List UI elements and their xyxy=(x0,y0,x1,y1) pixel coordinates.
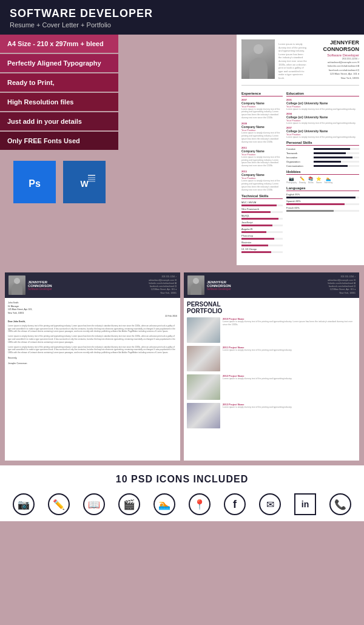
hobbies-title: Hobbies xyxy=(286,170,359,175)
facebook-icon: f xyxy=(224,493,246,515)
page-header: SOFTWARE DEVELOPER Resume + Cover Letter… xyxy=(0,0,364,35)
portfolio-project-item: 2010 Project Name Lorem ipsum is simply … xyxy=(187,317,356,343)
resume-header: Lorem ipsum is simply dummy text of the … xyxy=(241,39,359,86)
hobby-item: 📷Photography xyxy=(286,177,297,184)
cover-contact: 202-555-1234 ♪ adrianleard@example.com ✉… xyxy=(149,275,177,295)
film-icon-item: 🎬 xyxy=(118,493,140,515)
cover-para-3: Lorem ipsum is simply dummy text of the … xyxy=(8,346,177,354)
education-item: 2007College (or) University NameYour Pos… xyxy=(286,126,359,138)
portfolio-main-title: PERSONALPORTFOLIO xyxy=(187,301,356,314)
portfolio-card: JENNYFERCONNORSON Software Developer 202… xyxy=(184,272,359,461)
resume-body: Experience 2007Company NameYour Position… xyxy=(241,89,359,254)
portfolio-contact: 202-555-1234 ♪ adrianleard@example.com ✉… xyxy=(328,275,356,295)
portfolio-project-item: 2012 Project Name Lorem ipsum is simply … xyxy=(187,374,356,400)
bottom-section: JENNYFERCONNORSON Software Developer 202… xyxy=(0,265,364,465)
cover-name-block: JENNYFERCONNORSON Software Developer xyxy=(28,280,146,291)
skill-item: Illustrator xyxy=(241,241,283,246)
facebook-icon-item: f xyxy=(224,493,246,515)
personal-skill-item: Innovative xyxy=(286,156,359,159)
personal-skill-item: Organization xyxy=(286,160,359,163)
resume-right-col: Education 2001College (or) University Na… xyxy=(286,89,359,254)
hobby-item: ✏️Drawing xyxy=(299,177,306,184)
phone-icon-item: 📞 xyxy=(329,493,351,515)
film-icon: 🎬 xyxy=(118,493,140,515)
feature-typography: Perfectly Aligned Typography xyxy=(0,54,118,72)
personal-skill-item: Communication xyxy=(286,164,359,167)
feature-details: Just add in your details xyxy=(0,112,118,130)
cover-signature: Jennyfer Connorson xyxy=(8,362,177,365)
hobbies-list: 📷Photography✏️Drawing📚Books⭐Stories🏊Swim… xyxy=(286,177,359,184)
camera-icon: 📷 xyxy=(13,493,35,515)
portfolio-project-item: 2011 Project Name Lorem ipsum is simply … xyxy=(187,346,356,371)
skills-list: MVC / MVVMSlim FrameworkMySQLJavaScriptA… xyxy=(241,201,283,253)
cover-letter-body: John Smith Hr Manager 125 Main Street, A… xyxy=(5,298,180,368)
cover-letter-card: JENNYFERCONNORSON Software Developer 202… xyxy=(5,272,180,461)
linkedin-icon-item: in xyxy=(294,493,316,515)
resume-photo xyxy=(241,39,275,79)
personal-skill-item: Teamwork xyxy=(286,152,359,155)
portfolio-title-section: PERSONALPORTFOLIO xyxy=(184,298,359,317)
language-item: English 95% xyxy=(286,193,359,198)
hobby-item: ⭐Stories xyxy=(316,177,322,184)
feature-hires: High Resolution files xyxy=(0,93,118,111)
resume-name-right: JENNYFERCONNORSON Software Developer 202… xyxy=(311,39,359,80)
education-item: 2004College (or) University NameYour Pos… xyxy=(286,112,359,124)
experience-list: 2007Company NameYour PositionLorem ipsum… xyxy=(241,98,283,192)
resume-intro: Lorem ipsum is simply dummy text of the … xyxy=(278,42,307,80)
icons-row: 📷 ✏️ 📖 🎬 🏊 📍 f ✉ in 📞 xyxy=(6,493,358,515)
languages-title: Languages xyxy=(286,186,359,191)
book-icon-item: 📖 xyxy=(83,493,105,515)
technical-skills-title: Technical Skills xyxy=(241,194,283,199)
page-title: SOFTWARE DEVELOPER xyxy=(10,7,354,20)
phone-icon: 📞 xyxy=(329,493,351,515)
skill-item: MVC / MVVM xyxy=(241,201,283,206)
book-icon: 📖 xyxy=(83,493,105,515)
swim-icon: 🏊 xyxy=(153,493,175,515)
cover-photo xyxy=(8,275,25,295)
cover-recipient: John Smith Hr Manager 125 Main Street, A… xyxy=(8,302,177,315)
portfolio-project-item: 2013 Project Name Lorem ipsum is simply … xyxy=(187,403,356,428)
cover-para-1: Lorem ipsum is simply dummy text of the … xyxy=(8,325,177,333)
location-icon-item: 📍 xyxy=(189,493,211,515)
language-item: French 65% xyxy=(286,206,359,212)
experience-item: 2011Company NameYour PositionLorem ipsum… xyxy=(241,146,283,168)
skill-item: MySQL xyxy=(241,214,283,220)
software-icons: Ps W xyxy=(0,151,118,213)
personal-skills-list: CreativeTeamworkInnovativeOrganizationCo… xyxy=(286,147,359,167)
hobby-item: 🏊Swimming xyxy=(324,177,332,184)
email-icon: ✉ xyxy=(259,493,281,515)
skill-item: JavaScript xyxy=(241,221,283,226)
edit-icon: ✏️ xyxy=(48,493,70,515)
svg-text:W: W xyxy=(80,179,89,189)
education-title: Education xyxy=(286,92,359,96)
feature-ready: Ready to Print, xyxy=(0,73,118,92)
top-section: A4 Size - 210 x 297mm + bleed Perfectly … xyxy=(0,35,364,265)
skill-item: AngularJS xyxy=(241,228,283,233)
skill-item: Photoshop xyxy=(241,234,283,240)
portfolio-header: JENNYFERCONNORSON Software Developer 202… xyxy=(184,272,359,298)
education-item: 2001College (or) University NameYour Pos… xyxy=(286,98,359,110)
cover-name: JENNYFERCONNORSON xyxy=(28,280,146,288)
resume-left-col: Experience 2007Company NameYour Position… xyxy=(241,89,283,254)
experience-item: 2015Company NameYour PositionLorem ipsum… xyxy=(241,170,283,192)
personal-skills-title: Personal Skills xyxy=(286,141,359,146)
feature-a4: A4 Size - 210 x 297mm + bleed xyxy=(0,35,118,53)
edit-icon-item: ✏️ xyxy=(48,493,70,515)
photoshop-icon: Ps xyxy=(13,161,56,203)
icons-title: 10 PSD ICONS INCLUDED xyxy=(6,474,358,485)
portfolio-photo xyxy=(187,275,204,295)
resume-name-area: Lorem ipsum is simply dummy text of the … xyxy=(275,39,311,81)
cover-job-title: Software Developer xyxy=(28,288,146,291)
skill-item: UI, UX Design xyxy=(241,248,283,253)
portfolio-job-title: Software Developer xyxy=(207,288,325,291)
cover-greeting: Dear John Smith, xyxy=(8,320,177,323)
word-icon: W xyxy=(63,161,106,203)
feature-fonts: Only FREE Fonts Used xyxy=(0,132,118,150)
svg-rect-7 xyxy=(88,181,95,182)
cover-para-2: Lorem ipsum is simply dummy text of the … xyxy=(8,335,177,343)
hobby-item: 📚Books xyxy=(308,177,314,184)
location-icon: 📍 xyxy=(189,493,211,515)
camera-icon-item: 📷 xyxy=(13,493,35,515)
languages-list: English 95%Spanish 80%French 65% xyxy=(286,193,359,212)
email-icon-item: ✉ xyxy=(259,493,281,515)
